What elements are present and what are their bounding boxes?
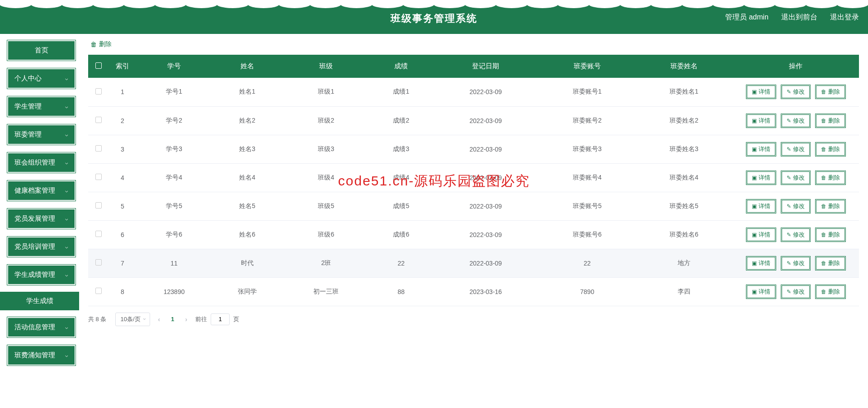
detail-button-label: 详情 bbox=[759, 145, 770, 153]
edit-button[interactable]: ✎修改 bbox=[781, 171, 811, 185]
sidebar-item-0[interactable]: 首页 bbox=[8, 41, 75, 60]
row-checkbox[interactable] bbox=[95, 88, 102, 95]
bulk-delete-label: 删除 bbox=[99, 40, 112, 48]
nav-front-link[interactable]: 退出到前台 bbox=[781, 13, 817, 22]
row-checkbox[interactable] bbox=[95, 117, 102, 123]
detail-button[interactable]: ▣详情 bbox=[746, 85, 776, 99]
th-student-id: 学号 bbox=[136, 55, 212, 78]
cell-index: 6 bbox=[109, 220, 136, 249]
edit-button[interactable]: ✎修改 bbox=[781, 228, 811, 242]
detail-icon: ▣ bbox=[752, 260, 757, 266]
cell-date: 2022-03-09 bbox=[433, 163, 539, 192]
cell-date: 2022-03-09 bbox=[433, 249, 539, 277]
table-row: 1学号1姓名1班级1成绩12022-03-09班委账号1班委姓名1▣详情✎修改🗑… bbox=[88, 78, 859, 106]
chevron-down-icon: ⌵ bbox=[65, 352, 68, 358]
pager-current-page[interactable]: 1 bbox=[168, 316, 177, 323]
cell-index: 8 bbox=[109, 277, 136, 306]
detail-button[interactable]: ▣详情 bbox=[746, 199, 776, 213]
sidebar-item-7[interactable]: 党员培训管理⌵ bbox=[8, 237, 75, 256]
cell-committeeAccount: 班委账号3 bbox=[539, 135, 636, 163]
th-name: 姓名 bbox=[212, 55, 283, 78]
detail-button[interactable]: ▣详情 bbox=[746, 171, 776, 185]
main-content: 🗑 删除 索引 学号 姓名 班级 成绩 登记日期 班委账号 班委姓名 操作 1学… bbox=[79, 34, 868, 366]
cell-studentId: 学号2 bbox=[136, 106, 212, 135]
delete-button[interactable]: 🗑删除 bbox=[815, 142, 846, 157]
cell-index: 5 bbox=[109, 192, 136, 220]
cell-name: 姓名1 bbox=[212, 78, 283, 106]
cell-name: 时代 bbox=[212, 249, 283, 277]
sidebar-item-1[interactable]: 个人中心⌵ bbox=[8, 69, 75, 88]
cell-grade: 成绩2 bbox=[370, 106, 433, 135]
detail-button-label: 详情 bbox=[759, 117, 770, 125]
nav-admin-link[interactable]: 管理员 admin bbox=[725, 13, 769, 22]
sidebar-item-4[interactable]: 班会组织管理⌵ bbox=[8, 153, 75, 172]
bulk-delete-button[interactable]: 🗑 删除 bbox=[90, 40, 112, 48]
delete-button[interactable]: 🗑删除 bbox=[815, 171, 846, 185]
th-date: 登记日期 bbox=[433, 55, 539, 78]
edit-button[interactable]: ✎修改 bbox=[781, 199, 811, 213]
sidebar-item-5[interactable]: 健康档案管理⌵ bbox=[8, 181, 75, 200]
edit-button-label: 修改 bbox=[793, 174, 805, 182]
pager-total: 共 8 条 bbox=[88, 315, 106, 323]
row-checkbox[interactable] bbox=[95, 145, 102, 152]
delete-button[interactable]: 🗑删除 bbox=[815, 199, 846, 213]
delete-button[interactable]: 🗑删除 bbox=[815, 114, 846, 128]
cell-studentId: 学号1 bbox=[136, 78, 212, 106]
header-scallop-decoration bbox=[0, 0, 868, 8]
detail-button[interactable]: ▣详情 bbox=[746, 285, 776, 299]
edit-icon: ✎ bbox=[787, 260, 791, 266]
submenu-student-grades[interactable]: 学生成绩 bbox=[0, 292, 79, 310]
edit-button-label: 修改 bbox=[793, 88, 805, 96]
edit-button[interactable]: ✎修改 bbox=[781, 85, 811, 99]
edit-button[interactable]: ✎修改 bbox=[781, 256, 811, 270]
detail-button[interactable]: ▣详情 bbox=[746, 228, 776, 242]
delete-button[interactable]: 🗑删除 bbox=[815, 285, 846, 299]
delete-button[interactable]: 🗑删除 bbox=[815, 228, 846, 242]
delete-button-label: 删除 bbox=[828, 145, 840, 153]
pager-next-button[interactable]: › bbox=[183, 316, 189, 323]
row-checkbox[interactable] bbox=[95, 259, 102, 266]
cell-committeeAccount: 班委账号4 bbox=[539, 163, 636, 192]
cell-committeeName: 班委姓名2 bbox=[636, 106, 732, 135]
sidebar-item-10[interactable]: 班费涌知管理⌵ bbox=[8, 346, 75, 365]
detail-button[interactable]: ▣详情 bbox=[746, 142, 776, 157]
sidebar-item-label: 学生管理 bbox=[14, 102, 42, 111]
row-checkbox[interactable] bbox=[95, 174, 102, 180]
sidebar-item-6[interactable]: 党员发展管理⌵ bbox=[8, 209, 75, 228]
pager-jump-input[interactable] bbox=[211, 313, 230, 325]
chevron-down-icon: ⌵ bbox=[65, 272, 68, 278]
delete-button[interactable]: 🗑删除 bbox=[815, 85, 846, 99]
pager-prev-button[interactable]: ‹ bbox=[156, 316, 162, 323]
cell-index: 1 bbox=[109, 78, 136, 106]
sidebar-item-label: 班委管理 bbox=[14, 130, 42, 139]
delete-button[interactable]: 🗑删除 bbox=[815, 256, 846, 270]
sidebar-item-3[interactable]: 班委管理⌵ bbox=[8, 125, 75, 144]
detail-button[interactable]: ▣详情 bbox=[746, 256, 776, 270]
row-checkbox[interactable] bbox=[95, 202, 102, 209]
page-size-select[interactable]: 10条/页 bbox=[115, 313, 150, 326]
row-checkbox[interactable] bbox=[95, 231, 102, 237]
sidebar-item-label: 个人中心 bbox=[14, 74, 42, 83]
select-all-checkbox[interactable] bbox=[95, 62, 102, 69]
sidebar-item-9[interactable]: 活动信息管理⌵ bbox=[8, 318, 75, 337]
row-checkbox[interactable] bbox=[95, 288, 102, 294]
edit-button[interactable]: ✎修改 bbox=[781, 285, 811, 299]
detail-icon: ▣ bbox=[752, 146, 757, 152]
nav-logout-link[interactable]: 退出登录 bbox=[830, 13, 859, 22]
delete-button-label: 删除 bbox=[828, 259, 840, 267]
cell-studentId: 11 bbox=[136, 249, 212, 277]
sidebar-item-2[interactable]: 学生管理⌵ bbox=[8, 97, 75, 116]
cell-index: 7 bbox=[109, 249, 136, 277]
detail-button[interactable]: ▣详情 bbox=[746, 114, 776, 128]
chevron-down-icon: ⌵ bbox=[65, 244, 68, 250]
cell-committeeName: 班委姓名6 bbox=[636, 220, 732, 249]
cell-name: 张同学 bbox=[212, 277, 283, 306]
edit-button[interactable]: ✎修改 bbox=[781, 142, 811, 157]
cell-name: 姓名6 bbox=[212, 220, 283, 249]
header-nav: 管理员 admin 退出到前台 退出登录 bbox=[725, 13, 859, 22]
edit-button[interactable]: ✎修改 bbox=[781, 114, 811, 128]
cell-committeeAccount: 班委账号5 bbox=[539, 192, 636, 220]
sidebar-item-label: 学生成绩管理 bbox=[14, 270, 55, 279]
cell-committeeName: 班委姓名3 bbox=[636, 135, 732, 163]
sidebar-item-8[interactable]: 学生成绩管理⌵ bbox=[8, 265, 75, 285]
